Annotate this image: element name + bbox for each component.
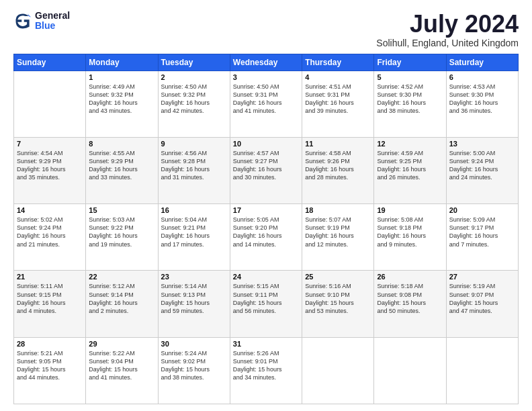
calendar-week-row: 28Sunrise: 5:21 AM Sunset: 9:05 PM Dayli… [14,337,519,404]
table-row: 10Sunrise: 4:57 AM Sunset: 9:27 PM Dayli… [230,137,302,203]
day-content: Sunrise: 4:58 AM Sunset: 9:26 PM Dayligh… [305,149,371,182]
day-number: 14 [17,206,83,214]
table-row: 18Sunrise: 5:07 AM Sunset: 9:19 PM Dayli… [302,204,374,271]
day-content: Sunrise: 4:52 AM Sunset: 9:30 PM Dayligh… [377,83,443,116]
day-content: Sunrise: 4:55 AM Sunset: 9:29 PM Dayligh… [89,149,154,182]
calendar-week-row: 7Sunrise: 4:54 AM Sunset: 9:29 PM Daylig… [14,137,519,203]
day-number: 30 [161,340,227,348]
day-number: 20 [449,206,515,214]
table-row: 2Sunrise: 4:50 AM Sunset: 9:32 PM Daylig… [158,71,230,137]
month-title: July 2024 [376,11,519,38]
day-number: 1 [89,73,154,81]
day-number: 2 [161,73,227,81]
day-content: Sunrise: 4:54 AM Sunset: 9:29 PM Dayligh… [17,149,83,182]
day-content: Sunrise: 5:02 AM Sunset: 9:24 PM Dayligh… [17,216,83,248]
logo-text: General Blue [35,11,70,32]
table-row: 23Sunrise: 5:14 AM Sunset: 9:13 PM Dayli… [158,271,230,337]
table-row: 8Sunrise: 4:55 AM Sunset: 9:29 PM Daylig… [86,137,158,203]
col-monday: Monday [86,54,158,71]
day-content: Sunrise: 4:50 AM Sunset: 9:31 PM Dayligh… [233,83,299,116]
day-content: Sunrise: 5:26 AM Sunset: 9:01 PM Dayligh… [233,349,299,382]
table-row: 25Sunrise: 5:16 AM Sunset: 9:10 PM Dayli… [302,271,374,337]
day-number: 9 [161,140,227,148]
table-row [374,337,446,404]
day-number: 17 [233,206,299,214]
table-row: 1Sunrise: 4:49 AM Sunset: 9:32 PM Daylig… [86,71,158,137]
day-content: Sunrise: 5:05 AM Sunset: 9:20 PM Dayligh… [233,216,299,248]
day-number: 27 [449,273,515,281]
day-number: 6 [449,73,515,81]
table-row: 17Sunrise: 5:05 AM Sunset: 9:20 PM Dayli… [230,204,302,271]
table-row: 3Sunrise: 4:50 AM Sunset: 9:31 PM Daylig… [230,71,302,137]
day-number: 4 [305,73,371,81]
day-number: 16 [161,206,227,214]
day-number: 28 [17,340,83,348]
col-tuesday: Tuesday [158,54,230,71]
day-content: Sunrise: 5:16 AM Sunset: 9:10 PM Dayligh… [305,282,371,315]
table-row: 27Sunrise: 5:19 AM Sunset: 9:07 PM Dayli… [446,271,518,337]
table-row: 21Sunrise: 5:11 AM Sunset: 9:15 PM Dayli… [14,271,86,337]
day-number: 12 [377,140,443,148]
day-number: 13 [449,140,515,148]
col-saturday: Saturday [446,54,518,71]
day-number: 11 [305,140,371,148]
table-row: 16Sunrise: 5:04 AM Sunset: 9:21 PM Dayli… [158,204,230,271]
day-number: 31 [233,340,299,348]
header: General Blue July 2024 Solihull, England… [13,11,519,48]
col-thursday: Thursday [302,54,374,71]
table-row: 31Sunrise: 5:26 AM Sunset: 9:01 PM Dayli… [230,337,302,404]
day-content: Sunrise: 5:07 AM Sunset: 9:19 PM Dayligh… [305,216,371,248]
day-content: Sunrise: 5:04 AM Sunset: 9:21 PM Dayligh… [161,216,227,248]
day-number: 21 [17,273,83,281]
logo-icon [13,11,32,30]
table-row: 24Sunrise: 5:15 AM Sunset: 9:11 PM Dayli… [230,271,302,337]
table-row: 5Sunrise: 4:52 AM Sunset: 9:30 PM Daylig… [374,71,446,137]
day-content: Sunrise: 5:24 AM Sunset: 9:02 PM Dayligh… [161,349,227,382]
day-number: 29 [89,340,154,348]
day-content: Sunrise: 5:00 AM Sunset: 9:24 PM Dayligh… [449,149,515,182]
day-content: Sunrise: 4:56 AM Sunset: 9:28 PM Dayligh… [161,149,227,182]
col-friday: Friday [374,54,446,71]
day-number: 18 [305,206,371,214]
day-content: Sunrise: 5:19 AM Sunset: 9:07 PM Dayligh… [449,282,515,315]
title-block: July 2024 Solihull, England, United King… [376,11,519,48]
calendar-table: Sunday Monday Tuesday Wednesday Thursday… [13,54,519,404]
day-content: Sunrise: 4:57 AM Sunset: 9:27 PM Dayligh… [233,149,299,182]
day-content: Sunrise: 5:22 AM Sunset: 9:04 PM Dayligh… [89,349,154,382]
calendar-week-row: 1Sunrise: 4:49 AM Sunset: 9:32 PM Daylig… [14,71,519,137]
day-number: 22 [89,273,154,281]
table-row: 26Sunrise: 5:18 AM Sunset: 9:08 PM Dayli… [374,271,446,337]
day-number: 24 [233,273,299,281]
logo-general-text: General [35,11,70,21]
day-content: Sunrise: 5:11 AM Sunset: 9:15 PM Dayligh… [17,282,83,315]
day-content: Sunrise: 4:49 AM Sunset: 9:32 PM Dayligh… [89,83,154,116]
day-number: 19 [377,206,443,214]
table-row: 7Sunrise: 4:54 AM Sunset: 9:29 PM Daylig… [14,137,86,203]
day-content: Sunrise: 4:50 AM Sunset: 9:32 PM Dayligh… [161,83,227,116]
table-row: 13Sunrise: 5:00 AM Sunset: 9:24 PM Dayli… [446,137,518,203]
day-number: 10 [233,140,299,148]
location-subtitle: Solihull, England, United Kingdom [376,38,519,48]
logo: General Blue [13,11,70,32]
day-content: Sunrise: 4:51 AM Sunset: 9:31 PM Dayligh… [305,83,371,116]
day-content: Sunrise: 4:53 AM Sunset: 9:30 PM Dayligh… [449,83,515,116]
table-row: 9Sunrise: 4:56 AM Sunset: 9:28 PM Daylig… [158,137,230,203]
day-content: Sunrise: 5:18 AM Sunset: 9:08 PM Dayligh… [377,282,443,315]
calendar-week-row: 14Sunrise: 5:02 AM Sunset: 9:24 PM Dayli… [14,204,519,271]
table-row: 29Sunrise: 5:22 AM Sunset: 9:04 PM Dayli… [86,337,158,404]
day-number: 5 [377,73,443,81]
day-content: Sunrise: 4:59 AM Sunset: 9:25 PM Dayligh… [377,149,443,182]
table-row: 19Sunrise: 5:08 AM Sunset: 9:18 PM Dayli… [374,204,446,271]
day-number: 8 [89,140,154,148]
table-row [14,71,86,137]
table-row: 4Sunrise: 4:51 AM Sunset: 9:31 PM Daylig… [302,71,374,137]
table-row: 14Sunrise: 5:02 AM Sunset: 9:24 PM Dayli… [14,204,86,271]
col-sunday: Sunday [14,54,86,71]
table-row: 22Sunrise: 5:12 AM Sunset: 9:14 PM Dayli… [86,271,158,337]
day-content: Sunrise: 5:15 AM Sunset: 9:11 PM Dayligh… [233,282,299,315]
calendar-header-row: Sunday Monday Tuesday Wednesday Thursday… [14,54,519,71]
day-number: 15 [89,206,154,214]
day-content: Sunrise: 5:12 AM Sunset: 9:14 PM Dayligh… [89,282,154,315]
day-content: Sunrise: 5:03 AM Sunset: 9:22 PM Dayligh… [89,216,154,248]
table-row: 28Sunrise: 5:21 AM Sunset: 9:05 PM Dayli… [14,337,86,404]
